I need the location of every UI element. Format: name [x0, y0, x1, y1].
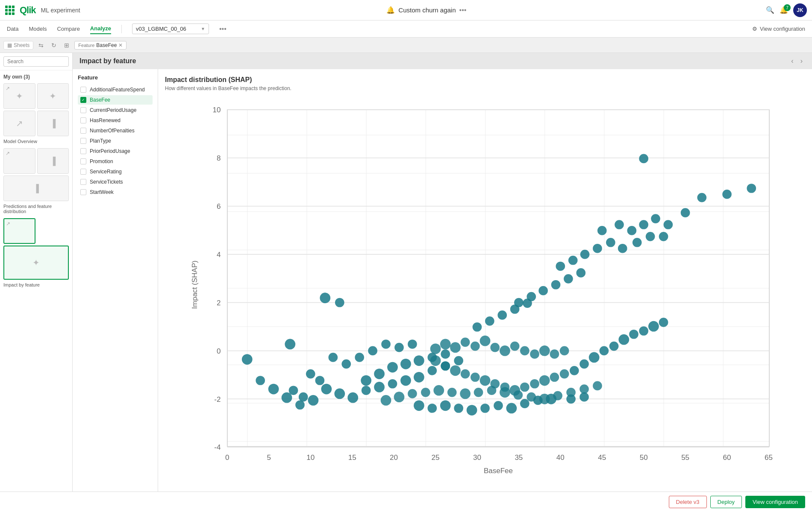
svg-point-126	[474, 388, 483, 397]
svg-point-137	[427, 404, 437, 413]
feature-chip[interactable]: Feature BaseFee ✕	[74, 41, 127, 50]
experiment-more-button[interactable]: •••	[459, 6, 467, 14]
feature-item-startweek[interactable]: StartWeek	[78, 187, 153, 197]
svg-point-158	[659, 318, 668, 327]
svg-point-151	[589, 352, 600, 363]
svg-point-77	[374, 369, 385, 379]
feature-checkbox-currentperiodusage[interactable]	[80, 107, 86, 113]
svg-point-141	[480, 404, 490, 413]
svg-point-153	[609, 342, 619, 351]
nav-compare[interactable]: Compare	[57, 24, 79, 34]
svg-point-92	[440, 339, 451, 350]
deploy-button[interactable]: Deploy	[710, 496, 742, 508]
svg-point-34	[639, 154, 648, 164]
svg-point-139	[454, 404, 463, 413]
delete-button[interactable]: Delete v3	[669, 496, 707, 508]
svg-point-116	[539, 375, 550, 386]
svg-point-43	[664, 220, 673, 229]
svg-point-145	[533, 396, 543, 405]
svg-text:10: 10	[306, 453, 315, 462]
sidebar-search-input[interactable]	[3, 56, 69, 67]
feature-item-promotion[interactable]: Promotion	[78, 157, 153, 166]
svg-point-125	[460, 389, 471, 399]
model-selector-arrow: ▼	[201, 26, 205, 31]
feature-checkbox-hasrenewed[interactable]	[80, 117, 86, 123]
feature-checkbox-numberofpenalties[interactable]	[80, 128, 86, 134]
svg-point-65	[510, 304, 520, 314]
feature-checkbox-additionalfeaturespend[interactable]	[80, 87, 86, 93]
avatar[interactable]: JK	[793, 3, 807, 17]
svg-text:8: 8	[217, 154, 221, 162]
svg-point-149	[570, 366, 579, 375]
scatter-chart: 10 8 6 4 2 0 -2 -4	[165, 97, 805, 480]
sheet-item-predictions[interactable]: ↗ ▐ ▐ Predictions and feature distributi…	[0, 146, 72, 217]
feature-checkbox-servicerating[interactable]	[80, 169, 86, 175]
feature-item-servicerating[interactable]: ServiceRating	[78, 167, 153, 176]
main-layout: My own (3) ↗ ✦ ✦ ↗ ▐ Model Overview	[0, 53, 812, 492]
svg-point-104	[560, 346, 569, 356]
svg-text:0: 0	[217, 347, 221, 355]
svg-point-127	[487, 386, 497, 395]
feature-checkbox-promotion[interactable]	[80, 158, 86, 164]
search-button[interactable]: 🔍	[766, 6, 774, 14]
svg-point-147	[566, 394, 576, 404]
sidebar: My own (3) ↗ ✦ ✦ ↗ ▐ Model Overview	[0, 53, 73, 492]
feature-item-currentperiodusage[interactable]: CurrentPeriodUsage	[78, 105, 153, 115]
view-config-label: View configuration	[760, 26, 805, 32]
svg-point-143	[506, 403, 517, 414]
nav-models[interactable]: Models	[29, 24, 47, 34]
feature-checkbox-plantype[interactable]	[80, 138, 86, 144]
feature-item-priorperiodusage[interactable]: PriorPeriodUsage	[78, 146, 153, 156]
svg-point-71	[295, 400, 305, 410]
svg-point-42	[651, 214, 660, 223]
model-selector[interactable]: v03_LGBMC_00_06 ▼	[132, 23, 209, 34]
next-arrow-button[interactable]: ›	[798, 56, 805, 66]
svg-point-152	[600, 346, 609, 356]
sheets-button[interactable]: ▦ Sheets	[3, 41, 33, 50]
svg-point-167	[408, 339, 417, 349]
svg-text:Impact (SHAP): Impact (SHAP)	[191, 260, 199, 309]
sheet-item-model-overview[interactable]: ↗ ✦ ✦ ↗ ▐ Model Overview	[0, 82, 72, 146]
prev-arrow-button[interactable]: ‹	[788, 56, 796, 66]
toolbar-button-1[interactable]: ⇆	[36, 41, 46, 50]
chip-close-button[interactable]: ✕	[118, 42, 123, 48]
svg-point-41	[639, 220, 648, 229]
feature-item-servicetickets[interactable]: ServiceTickets	[78, 177, 153, 187]
feature-checkbox-servicetickets[interactable]	[80, 179, 86, 185]
svg-point-146	[546, 394, 556, 404]
feature-item-numberofpenalties[interactable]: NumberOfPenalties	[78, 126, 153, 135]
svg-point-80	[414, 355, 424, 366]
sheet-item-impact[interactable]: ↗ ✦ Impact by feature	[0, 217, 72, 290]
svg-text:50: 50	[640, 453, 648, 462]
nav-analyze[interactable]: Analyze	[90, 23, 111, 34]
feature-checkbox-priorperiodusage[interactable]	[80, 148, 86, 154]
feature-item-basefee[interactable]: BaseFee	[78, 95, 153, 105]
svg-text:-4: -4	[214, 443, 221, 451]
toolbar-button-2[interactable]: ↻	[49, 41, 59, 50]
svg-point-123	[433, 385, 444, 396]
feature-item-additionalfeaturespend[interactable]: AdditionalFeatureSpend	[78, 85, 153, 94]
toolbar-button-3[interactable]: ⊞	[62, 41, 72, 50]
feature-item-plantype[interactable]: PlanType	[78, 136, 153, 146]
view-configuration-button[interactable]: View configuration	[745, 496, 805, 508]
svg-text:15: 15	[348, 453, 356, 462]
content-area: Impact by feature ‹ › Feature Additional…	[73, 53, 812, 492]
svg-point-97	[490, 343, 500, 352]
svg-point-170	[299, 392, 308, 402]
feature-checkbox-startweek[interactable]	[80, 189, 86, 195]
feature-checkbox-basefee[interactable]	[80, 97, 86, 103]
notification-button[interactable]: 🔔 7	[780, 6, 788, 14]
nav-data[interactable]: Data	[7, 24, 18, 34]
feature-label-servicerating: ServiceRating	[90, 169, 122, 175]
feature-item-hasrenewed[interactable]: HasRenewed	[78, 116, 153, 125]
svg-point-53	[659, 232, 668, 241]
sheet-thumb-br: ▐	[37, 111, 69, 136]
chart-subtitle: How different values in BaseFee impacts …	[165, 85, 805, 91]
model-more-button[interactable]: •••	[219, 25, 227, 33]
feature-panel-title: Feature	[78, 74, 153, 81]
svg-point-69	[268, 384, 279, 395]
svg-point-100	[520, 346, 530, 356]
svg-point-157	[648, 321, 659, 332]
alert-icon: 🔔	[386, 6, 395, 14]
view-config-button[interactable]: ⚙ View configuration	[752, 26, 805, 32]
